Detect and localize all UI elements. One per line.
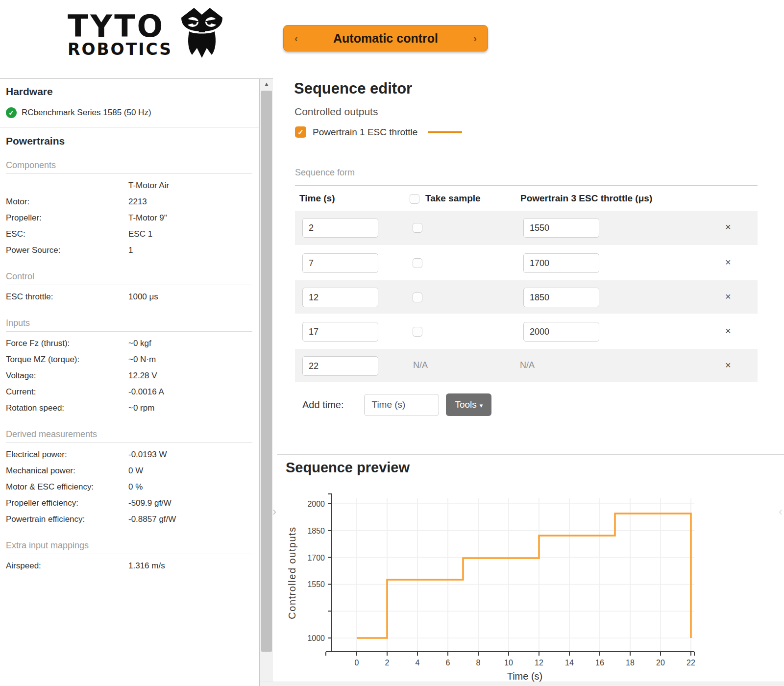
measurement-value: T-Motor Air (128, 177, 169, 194)
measurement-row: Mechanical power:0 W (6, 463, 259, 479)
logo-text-tyto: TYTO (68, 12, 172, 41)
divider (277, 454, 784, 455)
col-take-sample-header: Take sample (425, 193, 481, 204)
scroll-up-icon[interactable]: ▲ (260, 81, 273, 87)
divider (6, 331, 252, 332)
measurement-value: -509.9 gf/W (128, 495, 172, 511)
section-components: ComponentsT-Motor AirMotor:2213Propeller… (6, 160, 259, 258)
sequence-table-header: Time (s) Take sample Powertrain 3 ESC th… (295, 192, 758, 210)
col-throttle-header: Powertrain 3 ESC throttle (μs) (520, 193, 652, 204)
throttle-input[interactable] (523, 322, 599, 342)
svg-text:Controlled outputs: Controlled outputs (287, 526, 297, 619)
section-title: Inputs (6, 318, 259, 328)
svg-text:1850: 1850 (307, 527, 325, 535)
measurement-value: ~0 N·m (128, 351, 156, 368)
take-sample-checkbox[interactable] (413, 327, 422, 337)
divider (0, 127, 259, 127)
time-input[interactable] (302, 356, 378, 376)
time-input[interactable] (302, 322, 378, 342)
measurement-row: Motor:2213 (6, 194, 259, 210)
nav-next-icon[interactable]: › (473, 33, 477, 44)
divider (6, 442, 252, 443)
hardware-panel: Hardware ✓ RCbenchmark Series 1585 (50 H… (0, 78, 260, 686)
section-control: ControlESC throttle:1000 μs (6, 271, 259, 305)
delete-row-icon[interactable]: × (725, 360, 731, 370)
caret-down-icon: ▾ (480, 402, 483, 409)
add-time-row: Add time: Tools▾ (302, 393, 491, 416)
sequence-rows: ××××N/AN/A× (295, 211, 758, 382)
take-sample-checkbox[interactable] (413, 293, 422, 302)
throttle-input[interactable] (523, 288, 599, 307)
time-input[interactable] (302, 218, 378, 238)
throttle-input[interactable] (523, 218, 599, 238)
measurement-row: Voltage:12.28 V (6, 368, 259, 384)
add-time-label: Add time: (302, 399, 343, 411)
take-sample-na: N/A (413, 360, 428, 370)
take-sample-checkbox[interactable] (413, 258, 422, 268)
owl-icon (177, 7, 226, 64)
measurement-label (6, 177, 128, 194)
measurement-label: Propeller efficiency: (6, 495, 128, 511)
section-title: Control (6, 271, 259, 282)
measurement-row: Propeller efficiency:-509.9 gf/W (6, 495, 259, 511)
take-sample-header-checkbox[interactable] (410, 194, 419, 204)
measurement-value: 1000 μs (128, 289, 158, 305)
measurement-value: 1.316 m/s (128, 558, 165, 574)
measurement-row: ESC throttle:1000 μs (6, 289, 259, 305)
delete-row-icon[interactable]: × (725, 257, 731, 268)
svg-text:8: 8 (476, 659, 481, 667)
section-title: Extra input mappings (6, 540, 259, 551)
measurement-label: ESC: (6, 226, 128, 242)
measurement-label: ESC throttle: (6, 289, 128, 305)
section-extra-input-mappings: Extra input mappingsAirspeed:1.316 m/s (6, 540, 259, 574)
sequence-row: × (295, 314, 758, 348)
sidebar-scrollbar[interactable]: ▲ (260, 78, 273, 686)
sequence-row: × (295, 211, 758, 245)
output-checkbox[interactable]: ✓ (295, 126, 306, 138)
svg-text:1700: 1700 (307, 554, 325, 562)
divider (6, 554, 252, 554)
svg-text:14: 14 (565, 659, 574, 667)
scrollbar-thumb[interactable] (261, 91, 272, 652)
divider (295, 185, 758, 186)
svg-text:4: 4 (416, 659, 420, 667)
throttle-input[interactable] (523, 253, 599, 273)
measurement-row: Propeller:T-Motor 9" (6, 210, 259, 226)
throttle-na: N/A (520, 360, 535, 370)
col-time-header: Time (s) (299, 193, 335, 204)
measurement-value: T-Motor 9" (128, 210, 167, 226)
measurement-row: Motor & ESC efficiency:0 % (6, 479, 259, 495)
measurement-row: Electrical power:-0.0193 W (6, 446, 259, 463)
measurement-value: 1 (128, 242, 133, 258)
measurement-label: Mechanical power: (6, 463, 128, 479)
series-color-swatch (428, 131, 462, 133)
svg-text:0: 0 (355, 659, 359, 667)
measurement-value: -0.0193 W (128, 446, 167, 463)
measurement-label: Propeller: (6, 210, 128, 226)
add-time-input[interactable] (364, 394, 439, 416)
sequence-preview-title: Sequence preview (286, 460, 410, 476)
device-name: RCbenchmark Series 1585 (50 Hz) (22, 108, 151, 118)
section-title: Derived measurements (6, 429, 259, 440)
measurement-label: Motor & ESC efficiency: (6, 479, 128, 495)
time-input[interactable] (302, 253, 378, 273)
delete-row-icon[interactable]: × (725, 291, 731, 302)
svg-text:2: 2 (385, 659, 390, 667)
svg-text:18: 18 (626, 659, 635, 667)
take-sample-checkbox[interactable] (413, 223, 422, 233)
delete-row-icon[interactable]: × (725, 325, 731, 336)
tools-dropdown-button[interactable]: Tools▾ (446, 393, 491, 416)
delete-row-icon[interactable]: × (725, 221, 731, 232)
logo-text-robotics: ROBOTICS (68, 41, 172, 58)
divider (6, 285, 252, 285)
device-row: ✓ RCbenchmark Series 1585 (50 Hz) (6, 107, 259, 118)
nav-title: Automatic control (284, 31, 488, 46)
time-input[interactable] (302, 288, 378, 307)
horizontal-scrollbar[interactable] (260, 682, 784, 686)
sequence-form-label: Sequence form (295, 168, 355, 178)
automatic-control-nav[interactable]: ‹ Automatic control › (283, 25, 488, 51)
sequence-row: × (295, 245, 758, 279)
svg-text:22: 22 (686, 659, 695, 667)
measurement-label: Airspeed: (6, 558, 128, 574)
collapse-left-panel-icon[interactable]: › (272, 505, 276, 518)
